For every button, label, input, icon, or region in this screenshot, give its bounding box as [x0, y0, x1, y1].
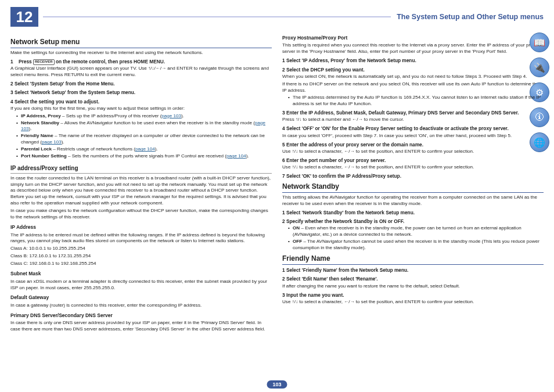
section-ip-proxy: IP address/Proxy setting: [10, 164, 272, 174]
step-1-body: A Graphical User Interface (GUI) screen …: [10, 66, 272, 78]
step-3: 3 Select 'Network Setup' from the System…: [10, 89, 272, 96]
sub-subnet: Subnet Mask: [10, 271, 272, 277]
step-2: 2 Select 'System Setup' from the Home Me…: [10, 81, 272, 87]
subnet-body: In case an xDSL modem or a terminal adap…: [10, 279, 272, 292]
step-4-body: If you are doing this for the first time…: [10, 106, 272, 112]
fn-step-2-body: If after changing the name you want to r…: [282, 283, 544, 290]
list-item: Friendly Name – The name of the receiver…: [16, 133, 272, 146]
proxy-body: This setting is required when you connec…: [282, 42, 544, 55]
fn-step-2: 2 Select 'Edit Name' then select 'Rename…: [282, 276, 544, 282]
ip-body2: In case you make changes to the network …: [10, 208, 272, 221]
ns-step-1: 1 Select 'Network Standby' from the Netw…: [282, 210, 544, 216]
proxy-step-2-body2: If there is no DHCP server on the networ…: [282, 81, 544, 94]
book-icon[interactable]: 📖: [530, 33, 549, 52]
list-item: OFF – The AVNavigator function cannot be…: [288, 239, 544, 251]
chapter-number: 12: [10, 7, 38, 27]
settings-list: IP Address, Proxy – Sets up the IP addre…: [10, 113, 272, 160]
connect-icon[interactable]: 🔌: [530, 57, 549, 77]
section-friendly-name: Friendly Name: [282, 254, 544, 265]
page-header: 12 The System Setup and Other Setup menu…: [10, 7, 544, 27]
fn-step-3: 3 Input the name you want.: [282, 292, 544, 299]
header-title: The System Setup and Other Setup menus: [397, 13, 544, 21]
ip-range-text: The IP address to be entered must be def…: [10, 232, 272, 245]
list-item: Network Standby – Allows the AVNavigator…: [16, 120, 272, 133]
ip-class-a: Class A: 10.0.0.1 to 10.255.255.254: [10, 246, 272, 252]
proxy-step-3: 3 Enter the IP Address, Subnet Mask, Def…: [282, 110, 544, 116]
list-item: Parental Lock – Restricts usage of netwo…: [16, 146, 272, 153]
proxy-step-2-body: When you select ON, the network is autom…: [282, 74, 544, 80]
receiver-button-icon: RECEIVER: [33, 59, 55, 64]
ns-body: This setting allows the AVNavigator func…: [282, 195, 544, 207]
ns-step-2: 2 Specify whether the Network Standby is…: [282, 218, 544, 225]
section-network-setup: Network Setup menu: [10, 37, 272, 48]
network-icon[interactable]: 🌐: [530, 132, 549, 152]
right-column: Proxy Hostname/Proxy Port This setting i…: [282, 35, 544, 334]
fn-step-3-body: Use ↑/↓ to select a character, ←/→ to se…: [282, 299, 544, 305]
page-link[interactable]: page 104: [135, 146, 155, 152]
proxy-step-4: 4 Select 'OFF' or 'ON' for the Enable Pr…: [282, 125, 544, 132]
page-link[interactable]: page 104: [226, 153, 246, 159]
sub-ip-address: IP Address: [10, 224, 272, 231]
list-item: ON – Even when the receiver is in the st…: [288, 225, 544, 238]
page-link[interactable]: page 103: [42, 139, 62, 145]
section-network-standby: Network Standby: [282, 182, 544, 193]
left-column: Network Setup menu Make the settings for…: [10, 35, 272, 334]
list-item: The IP address determined by the Auto IP…: [288, 95, 544, 107]
list-item: IP Address, Proxy – Sets up the IP addre…: [16, 113, 272, 120]
page-link[interactable]: page 103: [161, 113, 181, 118]
list-item: Port Number Setting – Sets the numbers o…: [16, 153, 272, 160]
header-rule: [43, 16, 391, 17]
sub-proxy: Proxy Hostname/Proxy Port: [282, 35, 544, 41]
intro-text: Make the settings for connecting the rec…: [10, 50, 272, 56]
ip-body: In case the router connected to the LAN …: [10, 175, 272, 207]
proxy-step-4-body: In case you select 'OFF', proceed with S…: [282, 133, 544, 139]
proxy-step-5: 5 Enter the address of your proxy server…: [282, 142, 544, 148]
gateway-body: In case a gateway (router) is connected …: [10, 303, 272, 309]
proxy-step-5-body: Use ↑/↓ to select a character, ←/→ to se…: [282, 149, 544, 155]
step-1: 1Press RECEIVER on the remote control, t…: [10, 59, 272, 65]
proxy-step-3-body: Press ↑/↓ to select a number and ←/→ to …: [282, 117, 544, 123]
fn-step-1: 1 Select 'Friendly Name' from the Networ…: [282, 267, 544, 274]
proxy-step-6: 6 Enter the port number of your proxy se…: [282, 157, 544, 164]
step-4: 4 Select the setting you want to adjust.: [10, 99, 272, 105]
ip-class-c: Class C: 192.168.0.1 to 192.168.255.254: [10, 261, 272, 267]
sub-gateway: Default Gateway: [10, 294, 272, 301]
help-icon[interactable]: 🛈: [530, 107, 549, 127]
page-number: 103: [267, 380, 287, 389]
sidebar-icons: 📖 🔌 ⚙ 🛈 🌐: [530, 33, 549, 152]
proxy-step-7: 7 Select 'OK' to confirm the IP Address/…: [282, 173, 544, 179]
ip-class-b: Class B: 172.16.0.1 to 172.31.255.254: [10, 253, 272, 260]
dns-body: In case there is only one DNS server add…: [10, 320, 272, 333]
proxy-step-1: 1 Select 'IP Address, Proxy' from the Ne…: [282, 57, 544, 64]
proxy-step-2: 2 Select the DHCP setting you want.: [282, 67, 544, 73]
sub-dns: Primary DNS Server/Secondary DNS Server: [10, 312, 272, 319]
proxy-step-6-body: Use ↑/↓ to select a character, ←/→ to se…: [282, 164, 544, 171]
